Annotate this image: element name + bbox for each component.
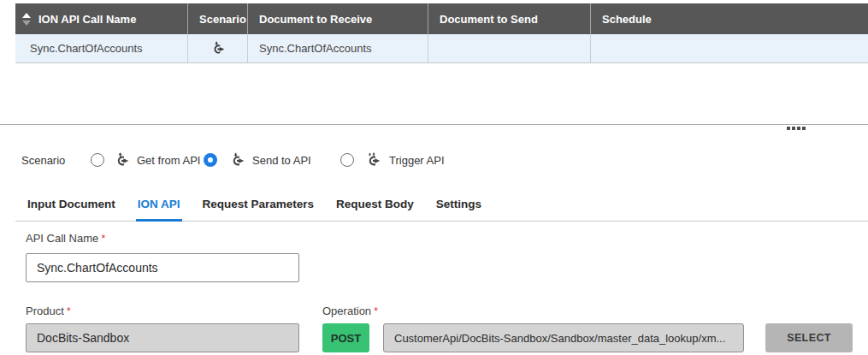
detail-tabs: Input Document ION API Request Parameter… (15, 194, 868, 222)
send-to-api-icon (210, 41, 226, 56)
table-header-row: ION API Call Name Scenario Document to R… (15, 3, 868, 34)
column-label: Document to Send (440, 13, 538, 26)
product-label: Product* (26, 305, 71, 317)
tab-request-parameters[interactable]: Request Parameters (201, 194, 316, 222)
api-call-name-label: API Call Name* (26, 232, 105, 245)
field-label-text: Operation (322, 305, 371, 317)
field-label-text: API Call Name (26, 232, 98, 245)
cell-document-to-send (428, 34, 590, 62)
select-operation-button[interactable]: SELECT (765, 323, 853, 352)
http-method-badge: POST (322, 323, 369, 352)
column-header-ion-api-call-name[interactable]: ION API Call Name (15, 3, 187, 34)
cell-text: Sync.ChartOfAccounts (259, 42, 372, 55)
trigger-api-icon (365, 152, 381, 169)
scenario-group-label: Scenario (21, 154, 65, 167)
scenario-radio-group: Scenario Get from API Send to API Trigge… (0, 151, 868, 171)
cell-api-call-name: Sync.ChartOfAccounts (15, 34, 187, 62)
column-header-document-to-receive[interactable]: Document to Receive (247, 3, 428, 34)
cell-schedule (590, 34, 868, 62)
cell-scenario (187, 34, 247, 62)
column-header-scenario[interactable]: Scenario (187, 3, 247, 34)
cell-document-to-receive: Sync.ChartOfAccounts (247, 34, 428, 62)
get-from-api-icon (114, 152, 130, 169)
column-label: Schedule (602, 13, 652, 26)
product-input (26, 323, 299, 352)
column-header-schedule[interactable]: Schedule (590, 3, 868, 34)
radio-trigger-api[interactable] (340, 153, 354, 167)
field-label-text: Product (26, 305, 64, 317)
cell-text: Sync.ChartOfAccounts (30, 42, 143, 55)
radio-label-trigger-api[interactable]: Trigger API (389, 154, 445, 167)
column-header-document-to-send[interactable]: Document to Send (428, 3, 590, 34)
column-label: Document to Receive (259, 13, 372, 26)
tab-ion-api[interactable]: ION API (136, 194, 182, 222)
tab-settings[interactable]: Settings (434, 194, 483, 222)
operation-path-field: CustomerApi/DocBits-Sandbox/Sandbox/mast… (383, 323, 744, 352)
tab-request-body[interactable]: Request Body (334, 194, 416, 222)
required-asterisk: * (374, 305, 378, 317)
table-row[interactable]: Sync.ChartOfAccounts Sync.ChartOfAccount… (15, 34, 868, 63)
radio-send-to-api[interactable] (204, 153, 217, 167)
required-asterisk: * (67, 305, 71, 317)
column-label: Scenario (199, 13, 246, 26)
required-asterisk: * (101, 232, 105, 245)
send-to-api-icon (229, 152, 245, 169)
column-label: ION API Call Name (38, 13, 136, 26)
radio-label-get-from-api[interactable]: Get from API (137, 154, 200, 167)
radio-get-from-api[interactable] (91, 153, 104, 167)
operation-label: Operation* (322, 305, 378, 317)
drag-handle[interactable] (787, 127, 806, 130)
tab-input-document[interactable]: Input Document (26, 194, 117, 222)
radio-label-send-to-api[interactable]: Send to API (252, 154, 311, 167)
section-divider (0, 124, 868, 125)
sort-arrows-icon (22, 13, 31, 26)
ion-api-mapping-panel: ION API Call Name Scenario Document to R… (0, 0, 868, 355)
api-call-name-input[interactable] (26, 253, 299, 282)
api-calls-table: ION API Call Name Scenario Document to R… (15, 3, 868, 63)
